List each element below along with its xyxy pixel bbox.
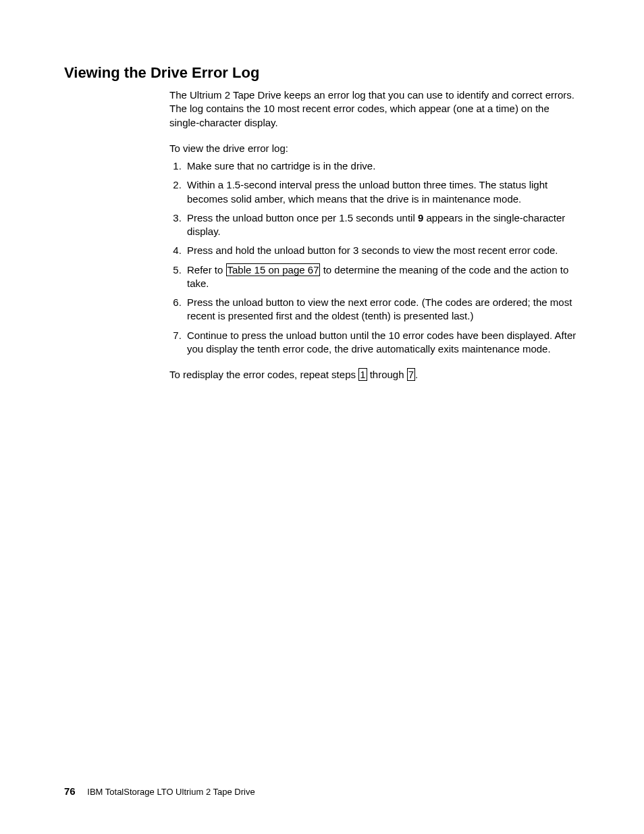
step-item: Continue to press the unload button unti… [184,329,580,357]
step-item: Press and hold the unload button for 3 s… [184,244,580,257]
step-reference-link[interactable]: 1 [358,368,367,381]
step-reference-link[interactable]: 7 [407,368,415,381]
step-text: Press the unload button once per 1.5 sec… [187,212,418,224]
step-text: Refer to [187,264,226,276]
step-item: Press the unload button once per 1.5 sec… [184,211,580,239]
step-item: Make sure that no cartridge is in the dr… [184,159,580,173]
intro-paragraph: The Ultrium 2 Tape Drive keeps an error … [169,88,580,130]
closing-text: To redisplay the error codes, repeat ste… [169,369,358,380]
step-item: Press the unload button to view the next… [184,296,580,323]
page-number: 76 [64,785,76,797]
cross-reference-link[interactable]: Table 15 on page 67 [226,263,321,276]
closing-text: . [415,369,418,380]
closing-text: through [367,369,407,380]
lead-in: To view the drive error log: [169,142,580,155]
page-footer: 76 IBM TotalStorage LTO Ultrium 2 Tape D… [64,785,255,797]
doc-title: IBM TotalStorage LTO Ultrium 2 Tape Driv… [87,787,254,797]
step-item: Refer to Table 15 on page 67 to determin… [184,263,580,291]
steps-list: Make sure that no cartridge is in the dr… [169,159,580,356]
section-heading: Viewing the Drive Error Log [64,64,580,82]
bold-value: 9 [418,212,423,224]
closing-paragraph: To redisplay the error codes, repeat ste… [169,368,580,382]
step-item: Within a 1.5-second interval press the u… [184,178,580,206]
